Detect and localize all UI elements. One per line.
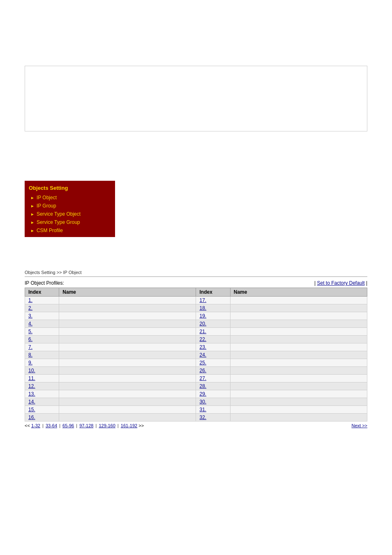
name-cell-right-1	[230, 304, 367, 312]
sidebar-item-label-service-type-object: Service Type Object	[37, 211, 81, 217]
sidebar-item-ip-object[interactable]: ► IP Object	[25, 193, 115, 202]
sidebar-item-service-type-object[interactable]: ► Service Type Object	[25, 210, 115, 218]
index-link-3[interactable]: 3.	[28, 313, 32, 319]
index-link-25[interactable]: 25.	[199, 360, 206, 366]
name-cell-right-2	[230, 312, 367, 320]
name-cell-right-9	[230, 367, 367, 375]
name-cell-left-12	[59, 390, 196, 398]
col-header-name-left: Name	[59, 288, 196, 297]
index-link-30[interactable]: 30.	[199, 399, 206, 405]
page-link-33-64[interactable]: 33-64	[46, 423, 57, 428]
index-link-6[interactable]: 6.	[28, 336, 32, 342]
table-row: 5.21.	[25, 328, 367, 336]
table-row: 16.32.	[25, 414, 367, 421]
index-link-32[interactable]: 32.	[199, 415, 206, 420]
index-link-1[interactable]: 1.	[28, 297, 32, 303]
content-area: Objects Setting >> IP Object IP Object P…	[25, 270, 367, 428]
index-link-23[interactable]: 23.	[199, 344, 206, 350]
name-cell-right-8	[230, 359, 367, 367]
index-link-4[interactable]: 4.	[28, 321, 32, 327]
name-cell-left-3	[59, 320, 196, 328]
pagination-links: << 1-32 | 33-64 | 65-96 | 97-128 | 129-1…	[25, 423, 144, 428]
index-link-29[interactable]: 29.	[199, 391, 206, 397]
index-link-15[interactable]: 15.	[28, 407, 35, 412]
index-link-17[interactable]: 17.	[199, 297, 206, 303]
page-link-97-128[interactable]: 97-128	[79, 423, 93, 428]
profiles-header: IP Object Profiles: | Set to Factory Def…	[25, 280, 367, 286]
name-cell-right-15	[230, 414, 367, 421]
name-cell-left-13	[59, 398, 196, 406]
index-link-21[interactable]: 21.	[199, 329, 206, 334]
sidebar-item-label-service-type-group: Service Type Group	[37, 219, 80, 225]
factory-default-link[interactable]: Set to Factory Default	[317, 280, 364, 286]
page-link-161-192[interactable]: 161-192	[121, 423, 137, 428]
name-cell-right-14	[230, 406, 367, 414]
index-link-16[interactable]: 16.	[28, 415, 35, 420]
breadcrumb-text: Objects Setting >> IP Object	[25, 270, 82, 275]
name-cell-right-6	[230, 343, 367, 351]
table-row: 15.31.	[25, 406, 367, 414]
index-link-9[interactable]: 9.	[28, 360, 32, 366]
ip-object-table: Index Name Index Name 1.17.2.18.3.19.4.2…	[25, 288, 367, 421]
name-cell-right-10	[230, 375, 367, 382]
index-link-26[interactable]: 26.	[199, 368, 206, 373]
table-row: 4.20.	[25, 320, 367, 328]
name-cell-right-5	[230, 336, 367, 343]
index-link-13[interactable]: 13.	[28, 391, 35, 397]
index-link-31[interactable]: 31.	[199, 407, 206, 412]
index-link-19[interactable]: 19.	[199, 313, 206, 319]
table-row: 13.29.	[25, 390, 367, 398]
index-link-20[interactable]: 20.	[199, 321, 206, 327]
index-link-2[interactable]: 2.	[28, 305, 32, 311]
page-link-65-96[interactable]: 65-96	[62, 423, 74, 428]
next-button[interactable]: Next >>	[351, 423, 367, 428]
sidebar-item-csm-profile[interactable]: ► CSM Profile	[25, 226, 115, 235]
name-cell-right-7	[230, 351, 367, 359]
name-cell-left-2	[59, 312, 196, 320]
name-cell-left-6	[59, 343, 196, 351]
name-cell-left-14	[59, 406, 196, 414]
name-cell-right-3	[230, 320, 367, 328]
table-row: 11.27.	[25, 375, 367, 382]
table-row: 1.17.	[25, 297, 367, 304]
index-link-12[interactable]: 12.	[28, 383, 35, 389]
index-link-24[interactable]: 24.	[199, 352, 206, 358]
index-link-5[interactable]: 5.	[28, 329, 32, 334]
index-link-14[interactable]: 14.	[28, 399, 35, 405]
name-cell-left-8	[59, 359, 196, 367]
col-header-index-left: Index	[25, 288, 59, 297]
table-row: 12.28.	[25, 382, 367, 390]
index-link-27[interactable]: 27.	[199, 375, 206, 381]
index-link-10[interactable]: 10.	[28, 368, 35, 373]
objects-setting-menu: Objects Setting ► IP Object ► IP Group ►…	[25, 181, 115, 237]
sidebar-item-label-csm-profile: CSM Profile	[37, 228, 63, 233]
index-link-11[interactable]: 11.	[28, 375, 35, 381]
index-link-28[interactable]: 28.	[199, 383, 206, 389]
page-link-1-32[interactable]: 1-32	[31, 423, 40, 428]
name-cell-left-7	[59, 351, 196, 359]
arrow-icon-service-type-object: ►	[30, 212, 35, 216]
next-link: Next >>	[351, 423, 367, 428]
prev-label: <<	[25, 423, 31, 428]
index-link-7[interactable]: 7.	[28, 344, 32, 350]
index-link-8[interactable]: 8.	[28, 352, 32, 358]
sidebar-item-ip-group[interactable]: ► IP Group	[25, 202, 115, 210]
table-row: 9.25.	[25, 359, 367, 367]
index-link-22[interactable]: 22.	[199, 336, 206, 342]
table-row: 8.24.	[25, 351, 367, 359]
name-cell-right-11	[230, 382, 367, 390]
name-cell-right-4	[230, 328, 367, 336]
table-row: 2.18.	[25, 304, 367, 312]
sidebar-item-service-type-group[interactable]: ► Service Type Group	[25, 218, 115, 226]
name-cell-left-1	[59, 304, 196, 312]
arrow-icon-ip-object: ►	[30, 196, 35, 200]
page-link-129-160[interactable]: 129-160	[99, 423, 115, 428]
name-cell-right-0	[230, 297, 367, 304]
sidebar-item-label-ip-group: IP Group	[37, 203, 56, 209]
breadcrumb: Objects Setting >> IP Object	[25, 270, 367, 277]
arrow-icon-ip-group: ►	[30, 204, 35, 208]
name-cell-left-15	[59, 414, 196, 421]
name-cell-left-9	[59, 367, 196, 375]
table-row: 14.30.	[25, 398, 367, 406]
index-link-18[interactable]: 18.	[199, 305, 206, 311]
